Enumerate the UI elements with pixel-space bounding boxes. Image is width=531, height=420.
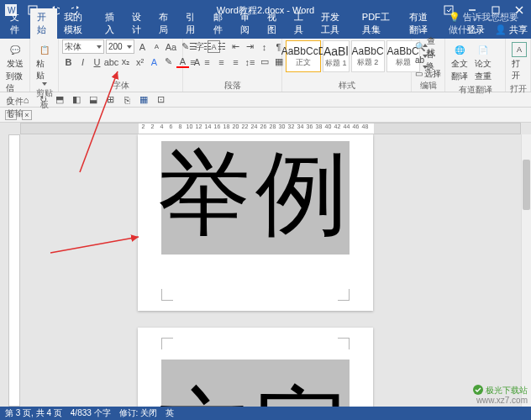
underline-icon[interactable]: U [91, 55, 103, 68]
italic-icon[interactable]: I [76, 55, 89, 68]
font-family-combo[interactable]: 宋体 [62, 39, 104, 54]
status-revision[interactable]: 修订: 关闭 [119, 407, 158, 419]
crop-mark [338, 338, 350, 349]
paper-check-button[interactable]: 📄论文查重 [472, 40, 494, 84]
font-size-combo[interactable]: 200 [106, 39, 134, 54]
align-center-icon[interactable]: ≡ [201, 55, 213, 68]
text-selection: 举例 [161, 141, 350, 255]
paste-button[interactable]: 📋粘贴 [34, 40, 55, 87]
tab-layout[interactable]: 布局 [152, 8, 179, 39]
decrease-indent-icon[interactable]: ⇤ [229, 40, 242, 53]
group-clipboard: 📋粘贴 剪贴板 [30, 39, 59, 92]
qat-icon-6[interactable]: ⬓ [87, 94, 99, 106]
tab-home[interactable]: 开始 [30, 8, 57, 39]
qat-icon-5[interactable]: ◧ [71, 94, 82, 106]
select-button[interactable]: ▭选择 [415, 67, 441, 80]
numbering-icon[interactable]: ☷ [201, 40, 213, 53]
grow-font-icon[interactable]: A [136, 40, 149, 53]
tab-design[interactable]: 设计 [125, 8, 152, 39]
sort-icon[interactable]: ↕ [258, 40, 271, 53]
group-paragraph-label: 段落 [187, 80, 278, 92]
tab-file[interactable]: 文件 [3, 8, 30, 39]
page-2: 文字 [138, 328, 373, 407]
watermark: 极光下载站 www.xz7.com [472, 384, 528, 405]
tab-mailings[interactable]: 邮件 [207, 8, 234, 39]
bullets-icon[interactable]: ☰ [187, 40, 199, 53]
superscript-icon[interactable]: x² [134, 55, 146, 68]
page2-text[interactable]: 文字 [158, 385, 353, 407]
strike-icon[interactable]: abc [105, 55, 118, 68]
multilevel-icon[interactable]: ☵ [215, 40, 228, 53]
style-heading2[interactable]: AaBbC标题 2 [351, 40, 385, 72]
group-styles-label: 样式 [286, 80, 407, 92]
tab-indicator-row: L × [0, 108, 531, 123]
change-case-icon[interactable]: Aa [165, 40, 177, 53]
text-effects-icon[interactable]: A [148, 55, 160, 68]
group-translate-label: 有道翻译 [449, 84, 502, 96]
text-selection: 文字 [161, 360, 350, 407]
subscript-icon[interactable]: x₂ [119, 55, 132, 68]
style-normal[interactable]: AaBbCcD正文 [286, 40, 321, 72]
status-words[interactable]: 4/833 个字 [71, 407, 111, 419]
increase-indent-icon[interactable]: ⇥ [244, 40, 256, 53]
share-button[interactable]: 👤 共享 [495, 24, 528, 36]
group-clipboard-label: 剪贴板 [34, 87, 55, 99]
line-spacing-icon[interactable]: ↕≡ [244, 55, 256, 68]
align-right-icon[interactable]: ≡ [215, 55, 228, 68]
group-open-label: 打开 [509, 83, 527, 95]
status-language[interactable]: 英 [166, 407, 174, 419]
group-editing-label: 编辑 [415, 80, 441, 92]
style-heading1[interactable]: AaBl标题 1 [323, 40, 350, 72]
group-transfer: 💬发送到微信 文件传输 [0, 39, 30, 92]
vertical-scrollbar[interactable] [521, 134, 531, 407]
ribbon: 💬发送到微信 文件传输 📋粘贴 剪贴板 宋体 200 A A Aa ✎ 字 A … [0, 39, 531, 92]
tab-pdf[interactable]: PDF工具集 [355, 8, 403, 39]
crop-mark [161, 289, 173, 301]
vertical-ruler[interactable] [8, 134, 20, 407]
crop-mark [338, 289, 350, 301]
tab-review[interactable]: 审阅 [234, 8, 260, 39]
group-translate: 🌐全文翻译 📄论文查重 有道翻译 [445, 39, 506, 92]
page1-text[interactable]: 举例 [158, 148, 353, 240]
tab-references[interactable]: 引用 [179, 8, 206, 39]
ribbon-tabs: 文件 开始 我的模板 插入 设计 布局 引用 邮件 审阅 视图 工具 开发工具 … [0, 20, 531, 39]
highlight-icon[interactable]: ✎ [162, 55, 175, 68]
replace-button[interactable]: ab替换 [415, 54, 441, 66]
workspace: 2246810121416182022242628303234363840424… [0, 123, 531, 407]
status-page[interactable]: 第 3 页, 共 4 页 [5, 407, 62, 419]
qat-icon-7[interactable]: ⊞ [104, 94, 116, 106]
group-editing: 🔍查找 ab替换 ▭选择 编辑 [412, 39, 445, 92]
tab-tools[interactable]: 工具 [287, 8, 314, 39]
bold-icon[interactable]: B [62, 55, 75, 68]
fulltext-translate-button[interactable]: 🌐全文翻译 [449, 40, 471, 84]
horizontal-ruler[interactable]: 2246810121416182022242628303234363840424… [20, 123, 521, 134]
group-font-label: 字体 [62, 80, 179, 92]
scroll-thumb[interactable] [523, 160, 530, 210]
shading-icon[interactable]: ▭ [258, 55, 271, 68]
qat-icon-4[interactable]: ⬒ [54, 94, 66, 106]
shrink-font-icon[interactable]: A [150, 40, 163, 53]
group-transfer-label: 文件传输 [3, 96, 26, 108]
group-open: A打开 打开 [506, 39, 531, 92]
qat-icon-10[interactable]: ⊡ [155, 94, 166, 106]
qat-icon-8[interactable]: ⎘ [121, 94, 133, 106]
document-canvas[interactable]: 举例 文字 [20, 134, 521, 407]
align-left-icon[interactable]: ≡ [187, 55, 199, 68]
close-pane-button[interactable]: × [22, 110, 32, 120]
page-1: 举例 [138, 134, 373, 311]
group-paragraph: ☰ ☷ ☵ ⇤ ⇥ ↕ ¶ ≡ ≡ ≡ ≡ ↕≡ ▭ ▦ 段落 [183, 39, 282, 92]
crop-mark [161, 338, 173, 349]
status-bar: 第 3 页, 共 4 页 4/833 个字 修订: 关闭 英 [0, 407, 531, 420]
group-font: 宋体 200 A A Aa ✎ 字 A B I U abc x₂ x² A ✎ … [59, 39, 183, 92]
justify-icon[interactable]: ≡ [229, 55, 242, 68]
group-styles: AaBbCcD正文 AaBl标题 1 AaBbC标题 2 AaBbC标题 样式 [282, 39, 412, 92]
send-to-wechat-button[interactable]: 💬发送到微信 [3, 40, 26, 96]
login-link[interactable]: 登录 [466, 24, 485, 36]
tab-developer[interactable]: 开发工具 [314, 8, 355, 39]
tab-mytemplates[interactable]: 我的模板 [57, 8, 97, 39]
qat-icon-9[interactable]: ▦ [138, 94, 150, 106]
title-right: 登录 👤 共享 [466, 20, 528, 39]
tab-view[interactable]: 视图 [260, 8, 287, 39]
open-button[interactable]: A打开 [509, 40, 529, 83]
tab-insert[interactable]: 插入 [98, 8, 125, 39]
